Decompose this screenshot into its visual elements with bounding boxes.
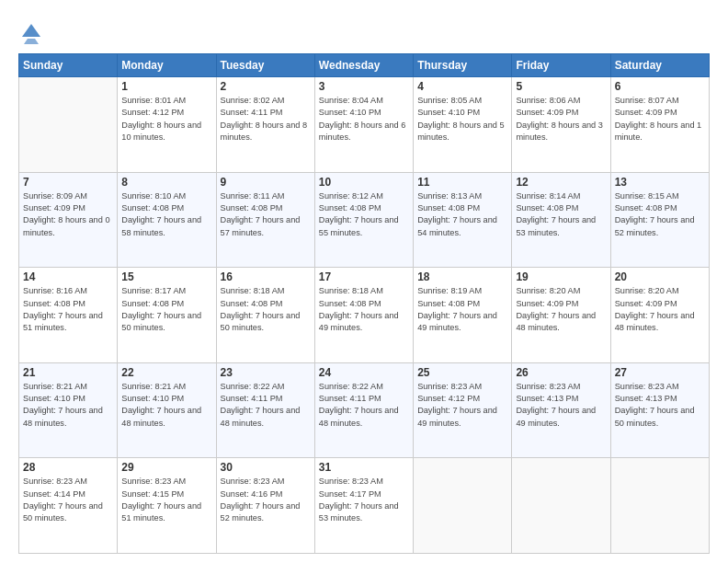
day-info: Sunrise: 8:22 AMSunset: 4:11 PMDaylight:…	[319, 382, 399, 428]
day-number: 20	[615, 270, 705, 283]
day-info: Sunrise: 8:19 AMSunset: 4:08 PMDaylight:…	[417, 286, 497, 332]
calendar-header-row: SundayMondayTuesdayWednesdayThursdayFrid…	[19, 54, 710, 77]
day-info: Sunrise: 8:20 AMSunset: 4:09 PMDaylight:…	[516, 286, 596, 332]
day-number: 18	[417, 270, 507, 283]
calendar-cell: 26 Sunrise: 8:23 AMSunset: 4:13 PMDaylig…	[512, 362, 610, 458]
day-info: Sunrise: 8:05 AMSunset: 4:10 PMDaylight:…	[417, 96, 505, 142]
logo	[18, 15, 48, 44]
calendar-day-header: Sunday	[19, 54, 118, 77]
day-info: Sunrise: 8:13 AMSunset: 4:08 PMDaylight:…	[417, 191, 497, 237]
day-info: Sunrise: 8:09 AMSunset: 4:09 PMDaylight:…	[23, 191, 110, 237]
calendar-week-row: 28 Sunrise: 8:23 AMSunset: 4:14 PMDaylig…	[19, 458, 710, 554]
calendar-cell: 11 Sunrise: 8:13 AMSunset: 4:08 PMDaylig…	[414, 172, 512, 268]
day-number: 30	[221, 461, 311, 474]
day-number: 8	[121, 176, 211, 189]
calendar-week-row: 7 Sunrise: 8:09 AMSunset: 4:09 PMDayligh…	[19, 172, 710, 268]
day-number: 17	[319, 270, 409, 283]
calendar-day-header: Tuesday	[216, 54, 314, 77]
day-info: Sunrise: 8:23 AMSunset: 4:17 PMDaylight:…	[319, 477, 399, 523]
svg-marker-0	[22, 24, 40, 37]
calendar-cell: 1 Sunrise: 8:01 AMSunset: 4:12 PMDayligh…	[118, 77, 216, 173]
calendar-cell	[19, 77, 118, 173]
day-info: Sunrise: 8:02 AMSunset: 4:11 PMDaylight:…	[221, 96, 308, 142]
calendar-cell: 10 Sunrise: 8:12 AMSunset: 4:08 PMDaylig…	[314, 172, 413, 268]
calendar-cell: 27 Sunrise: 8:23 AMSunset: 4:13 PMDaylig…	[610, 362, 709, 458]
day-info: Sunrise: 8:18 AMSunset: 4:08 PMDaylight:…	[319, 286, 399, 332]
calendar-cell: 20 Sunrise: 8:20 AMSunset: 4:09 PMDaylig…	[610, 268, 709, 363]
calendar-week-row: 14 Sunrise: 8:16 AMSunset: 4:08 PMDaylig…	[19, 268, 710, 363]
day-number: 25	[417, 366, 507, 379]
calendar-cell: 9 Sunrise: 8:11 AMSunset: 4:08 PMDayligh…	[216, 172, 314, 268]
calendar-cell: 14 Sunrise: 8:16 AMSunset: 4:08 PMDaylig…	[19, 268, 118, 363]
day-info: Sunrise: 8:21 AMSunset: 4:10 PMDaylight:…	[121, 382, 201, 428]
day-number: 3	[319, 80, 409, 93]
day-number: 13	[615, 176, 705, 189]
day-info: Sunrise: 8:15 AMSunset: 4:08 PMDaylight:…	[615, 191, 695, 237]
calendar-table: SundayMondayTuesdayWednesdayThursdayFrid…	[18, 53, 710, 554]
calendar-cell: 28 Sunrise: 8:23 AMSunset: 4:14 PMDaylig…	[19, 458, 118, 554]
day-number: 9	[221, 176, 311, 189]
day-info: Sunrise: 8:16 AMSunset: 4:08 PMDaylight:…	[23, 286, 103, 332]
day-info: Sunrise: 8:01 AMSunset: 4:12 PMDaylight:…	[121, 96, 201, 142]
calendar-cell: 7 Sunrise: 8:09 AMSunset: 4:09 PMDayligh…	[19, 172, 118, 268]
day-number: 23	[221, 366, 311, 379]
calendar-day-header: Friday	[512, 54, 610, 77]
calendar-day-header: Saturday	[610, 54, 709, 77]
calendar-cell: 18 Sunrise: 8:19 AMSunset: 4:08 PMDaylig…	[414, 268, 512, 363]
day-info: Sunrise: 8:22 AMSunset: 4:11 PMDaylight:…	[221, 382, 301, 428]
day-number: 27	[615, 366, 705, 379]
calendar-cell: 31 Sunrise: 8:23 AMSunset: 4:17 PMDaylig…	[314, 458, 413, 554]
main-container: SundayMondayTuesdayWednesdayThursdayFrid…	[0, 0, 728, 563]
calendar-cell	[610, 458, 709, 554]
day-info: Sunrise: 8:14 AMSunset: 4:08 PMDaylight:…	[516, 191, 596, 237]
calendar-cell: 24 Sunrise: 8:22 AMSunset: 4:11 PMDaylig…	[314, 362, 413, 458]
day-info: Sunrise: 8:10 AMSunset: 4:08 PMDaylight:…	[121, 191, 201, 237]
day-number: 6	[615, 80, 705, 93]
calendar-cell: 25 Sunrise: 8:23 AMSunset: 4:12 PMDaylig…	[414, 362, 512, 458]
calendar-cell: 5 Sunrise: 8:06 AMSunset: 4:09 PMDayligh…	[512, 77, 610, 173]
day-info: Sunrise: 8:20 AMSunset: 4:09 PMDaylight:…	[615, 286, 695, 332]
calendar-cell: 4 Sunrise: 8:05 AMSunset: 4:10 PMDayligh…	[414, 77, 512, 173]
calendar-day-header: Monday	[118, 54, 216, 77]
calendar-cell: 21 Sunrise: 8:21 AMSunset: 4:10 PMDaylig…	[19, 362, 118, 458]
day-info: Sunrise: 8:23 AMSunset: 4:12 PMDaylight:…	[417, 382, 497, 428]
day-number: 15	[121, 270, 211, 283]
day-number: 10	[319, 176, 409, 189]
day-info: Sunrise: 8:23 AMSunset: 4:13 PMDaylight:…	[516, 382, 596, 428]
day-number: 12	[516, 176, 606, 189]
day-number: 14	[23, 270, 113, 283]
calendar-cell: 6 Sunrise: 8:07 AMSunset: 4:09 PMDayligh…	[610, 77, 709, 173]
calendar-cell: 2 Sunrise: 8:02 AMSunset: 4:11 PMDayligh…	[216, 77, 314, 173]
calendar-day-header: Wednesday	[314, 54, 413, 77]
calendar-cell: 19 Sunrise: 8:20 AMSunset: 4:09 PMDaylig…	[512, 268, 610, 363]
day-info: Sunrise: 8:18 AMSunset: 4:08 PMDaylight:…	[221, 286, 301, 332]
header	[18, 15, 710, 44]
svg-marker-1	[24, 39, 39, 44]
calendar-week-row: 21 Sunrise: 8:21 AMSunset: 4:10 PMDaylig…	[19, 362, 710, 458]
day-info: Sunrise: 8:04 AMSunset: 4:10 PMDaylight:…	[319, 96, 406, 142]
day-info: Sunrise: 8:23 AMSunset: 4:15 PMDaylight:…	[121, 477, 201, 523]
calendar-cell: 15 Sunrise: 8:17 AMSunset: 4:08 PMDaylig…	[118, 268, 216, 363]
day-number: 11	[417, 176, 507, 189]
day-info: Sunrise: 8:23 AMSunset: 4:13 PMDaylight:…	[615, 382, 695, 428]
day-number: 31	[319, 461, 409, 474]
day-number: 1	[121, 80, 211, 93]
day-number: 21	[23, 366, 113, 379]
calendar-cell: 12 Sunrise: 8:14 AMSunset: 4:08 PMDaylig…	[512, 172, 610, 268]
calendar-day-header: Thursday	[414, 54, 512, 77]
day-info: Sunrise: 8:07 AMSunset: 4:09 PMDaylight:…	[615, 96, 702, 142]
day-info: Sunrise: 8:06 AMSunset: 4:09 PMDaylight:…	[516, 96, 603, 142]
day-info: Sunrise: 8:12 AMSunset: 4:08 PMDaylight:…	[319, 191, 399, 237]
logo-icon	[18, 18, 44, 44]
day-number: 22	[121, 366, 211, 379]
day-number: 5	[516, 80, 606, 93]
calendar-cell: 22 Sunrise: 8:21 AMSunset: 4:10 PMDaylig…	[118, 362, 216, 458]
day-info: Sunrise: 8:11 AMSunset: 4:08 PMDaylight:…	[221, 191, 301, 237]
calendar-week-row: 1 Sunrise: 8:01 AMSunset: 4:12 PMDayligh…	[19, 77, 710, 173]
calendar-cell: 29 Sunrise: 8:23 AMSunset: 4:15 PMDaylig…	[118, 458, 216, 554]
day-number: 29	[121, 461, 211, 474]
calendar-cell	[414, 458, 512, 554]
day-number: 26	[516, 366, 606, 379]
calendar-cell: 13 Sunrise: 8:15 AMSunset: 4:08 PMDaylig…	[610, 172, 709, 268]
day-info: Sunrise: 8:23 AMSunset: 4:16 PMDaylight:…	[221, 477, 301, 523]
